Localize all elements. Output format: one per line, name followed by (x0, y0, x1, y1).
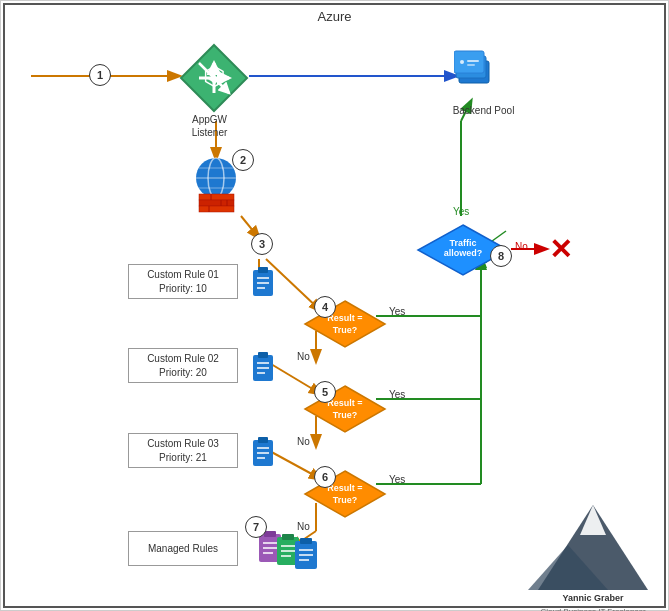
svg-rect-41 (199, 194, 234, 200)
circle-1: 1 (89, 64, 111, 86)
arrow-label-no-4: No (297, 351, 310, 362)
svg-text:Traffic: Traffic (449, 238, 476, 248)
svg-text:True?: True? (333, 495, 358, 505)
rule-box-2: Custom Rule 02Priority: 20 (128, 348, 238, 383)
svg-point-32 (460, 60, 464, 64)
circle-4: 4 (314, 296, 336, 318)
backend-pool-label: Backend Pool (451, 104, 516, 117)
circle-5: 5 (314, 381, 336, 403)
arrow-label-no-traffic: No (515, 241, 528, 252)
circle-8: 8 (490, 245, 512, 267)
clipboard-icon-1 (249, 266, 277, 305)
arrow-label-yes-6: Yes (389, 474, 405, 485)
arrow-label-yes-traffic: Yes (453, 206, 469, 217)
logo-area: Yannic Graber Cloud Business IT Freelanc… (528, 500, 658, 600)
svg-rect-65 (258, 437, 268, 443)
deny-icon: ✕ (549, 233, 572, 266)
svg-rect-34 (467, 64, 475, 66)
circle-3: 3 (251, 233, 273, 255)
svg-rect-78 (282, 534, 294, 540)
managed-rules-icons (257, 529, 322, 576)
circle-6: 6 (314, 466, 336, 488)
logo-subtitle: Cloud Business IT Freelancer (540, 607, 645, 611)
arrow-label-yes-4: Yes (389, 306, 405, 317)
rule-box-1: Custom Rule 01Priority: 10 (128, 264, 238, 299)
rule-box-managed: Managed Rules (128, 531, 238, 566)
logo-name: Yannic Graber (562, 593, 623, 603)
arrow-label-no-6: No (297, 521, 310, 532)
svg-rect-49 (258, 267, 268, 273)
arrow-label-yes-5: Yes (389, 389, 405, 400)
circle-2: 2 (232, 149, 254, 171)
svg-text:allowed?: allowed? (444, 248, 483, 258)
rule-box-3: Custom Rule 03Priority: 21 (128, 433, 238, 468)
svg-rect-57 (258, 352, 268, 358)
azure-title: Azure (1, 9, 668, 24)
clipboard-icon-3 (249, 436, 277, 470)
backend-pool-icon (454, 41, 514, 101)
arrow-label-no-5: No (297, 436, 310, 447)
svg-rect-33 (467, 60, 479, 62)
main-container: Azure (0, 0, 669, 611)
appgw-icon: ⬡ ✦ (179, 43, 249, 113)
appgw-label: AppGWListener (177, 113, 242, 139)
svg-rect-83 (300, 538, 312, 544)
clipboard-icon-2 (249, 351, 277, 385)
svg-rect-43 (199, 206, 234, 212)
svg-text:True?: True? (333, 410, 358, 420)
circle-7: 7 (245, 516, 267, 538)
svg-text:True?: True? (333, 325, 358, 335)
svg-rect-42 (199, 200, 234, 206)
